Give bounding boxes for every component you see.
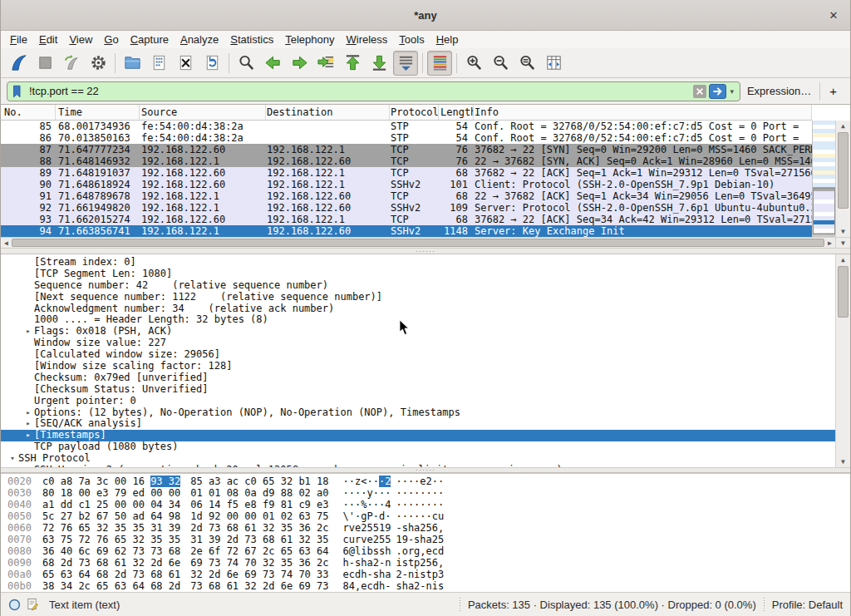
expert-info-icon[interactable] — [8, 599, 21, 611]
go-to-packet-button[interactable] — [313, 51, 338, 76]
menu-go[interactable]: Go — [98, 32, 124, 47]
filter-apply-button[interactable] — [709, 84, 726, 99]
menu-file[interactable]: File — [4, 32, 33, 47]
packet-row-91[interactable]: 9171.648789678192.168.122.1192.168.122.6… — [1, 190, 812, 202]
scroll-up-icon[interactable]: ▲ — [836, 254, 850, 265]
zoom-in-button[interactable] — [461, 51, 486, 76]
packet-row-90[interactable]: 9071.648618924192.168.122.60192.168.122.… — [1, 179, 812, 190]
pane-splitter[interactable]: ······ — [1, 248, 850, 254]
detail-line[interactable]: ▸[Timestamps] — [1, 430, 835, 441]
detail-line[interactable]: TCP payload (1080 bytes) — [1, 441, 835, 453]
packet-row-92[interactable]: 9271.661949820192.168.122.1192.168.122.6… — [1, 202, 812, 214]
detail-line[interactable]: ▾SSH Protocol — [1, 453, 835, 465]
hscroll-thumb[interactable] — [12, 239, 824, 247]
scroll-down-icon[interactable]: ▼ — [836, 226, 850, 237]
detail-line[interactable]: Sequence number: 42 (relative sequence n… — [1, 280, 835, 292]
intelligent-scrollbar-minimap[interactable] — [812, 121, 835, 237]
scroll-left-icon[interactable]: ◀ — [1, 238, 12, 248]
menu-edit[interactable]: Edit — [33, 32, 63, 47]
column-header-time[interactable]: Time — [56, 105, 140, 120]
scroll-right-icon[interactable]: ▶ — [824, 238, 835, 248]
packet-list-hscrollbar[interactable]: ◀ ▶ — [1, 237, 835, 248]
detail-line[interactable]: ▸[SEQ/ACK analysis] — [1, 418, 835, 430]
column-header-length[interactable]: Length — [439, 105, 474, 120]
hex-row-0020[interactable]: 0020c0 a8 7a 3c 00 16 93 3285 a3 ac c0 6… — [1, 476, 850, 487]
packet-row-85[interactable]: 8568.001734936fe:54:00:d4:38:2aSTP54Conf… — [1, 121, 812, 132]
details-vscrollbar[interactable]: ▲ ▼ — [835, 254, 850, 467]
detail-line[interactable]: [Window size scaling factor: 128] — [1, 361, 835, 372]
filter-bookmark-icon[interactable] — [10, 84, 25, 99]
colorize-button[interactable] — [427, 51, 452, 76]
filter-add-button[interactable]: + — [822, 84, 844, 98]
display-filter-input[interactable]: !tcp.port == 22 ▾ — [7, 81, 740, 101]
column-header-destination[interactable]: Destination — [266, 105, 390, 120]
filter-clear-button[interactable] — [693, 85, 706, 98]
menu-wireless[interactable]: Wireless — [341, 32, 394, 47]
packet-row-86[interactable]: 8670.013850163fe:54:00:d4:38:2aSTP54Conf… — [1, 132, 812, 144]
capture-start-button[interactable] — [6, 51, 31, 76]
menu-analyze[interactable]: Analyze — [175, 32, 224, 47]
detail-line[interactable]: ▸Options: (12 bytes), No-Operation (NOP)… — [1, 407, 835, 419]
detail-line[interactable]: ▸Flags: 0x018 (PSH, ACK) — [1, 326, 835, 338]
expand-down-icon[interactable]: ▾ — [7, 453, 18, 465]
hex-row-0090[interactable]: 009068 2d 73 68 61 32 2d 6e69 73 74 70 3… — [1, 557, 850, 569]
detail-line[interactable]: Urgent pointer: 0 — [1, 396, 835, 407]
menu-tools[interactable]: Tools — [393, 32, 430, 47]
file-open-button[interactable] — [120, 51, 145, 76]
menu-capture[interactable]: Capture — [125, 32, 175, 47]
hex-row-0040[interactable]: 0040a1 dd c1 25 00 00 04 3406 14 f5 e8 f… — [1, 499, 850, 510]
auto-scroll-button[interactable] — [393, 51, 418, 76]
hex-row-0050[interactable]: 00505c 27 b2 67 50 ad 64 981d 92 00 00 0… — [1, 510, 850, 522]
detail-line[interactable]: ▸SSH Version 2 (encryption:chacha20-poly… — [1, 465, 835, 467]
menu-help[interactable]: Help — [430, 32, 465, 47]
capture-options-button[interactable] — [86, 51, 111, 76]
hex-row-00b0[interactable]: 00b038 34 2c 65 63 64 68 2d73 68 61 32 2… — [1, 580, 850, 592]
capture-restart-button[interactable] — [59, 51, 84, 76]
packet-row-88[interactable]: 8871.648146932192.168.122.1192.168.122.6… — [1, 155, 812, 167]
detail-line[interactable]: [Calculated window size: 29056] — [1, 349, 835, 361]
detail-line[interactable]: [Next sequence number: 1122 (relative se… — [1, 292, 835, 303]
profile-status[interactable]: Profile: Default — [772, 599, 843, 611]
detail-line[interactable]: [TCP Segment Len: 1080] — [1, 269, 835, 280]
detail-line[interactable]: Checksum: 0x79ed [unverified] — [1, 372, 835, 384]
go-last-button[interactable] — [366, 51, 391, 76]
expand-right-icon[interactable]: ▸ — [22, 407, 34, 419]
go-back-button[interactable] — [260, 51, 285, 76]
column-header-info[interactable]: Info — [474, 105, 812, 120]
filter-history-dropdown[interactable]: ▾ — [726, 87, 737, 96]
expand-right-icon[interactable]: ▸ — [22, 465, 34, 467]
resize-columns-button[interactable] — [541, 51, 566, 76]
find-packet-button[interactable] — [234, 51, 258, 76]
expand-right-icon[interactable]: ▸ — [22, 418, 34, 430]
file-save-button[interactable] — [146, 51, 171, 76]
column-header-source[interactable]: Source — [140, 105, 266, 120]
packet-row-87[interactable]: 8771.647777234192.168.122.60192.168.122.… — [1, 144, 812, 155]
packet-row-94[interactable]: 9471.663856741192.168.122.1192.168.122.6… — [1, 225, 812, 237]
detail-line[interactable]: [Checksum Status: Unverified] — [1, 384, 835, 396]
file-close-button[interactable] — [173, 51, 198, 76]
close-window-button[interactable]: ✕ — [826, 7, 841, 22]
pane-splitter[interactable]: ······ — [1, 467, 850, 473]
zoom-out-button[interactable] — [488, 51, 513, 76]
zoom-100-button[interactable] — [514, 51, 539, 76]
hex-row-0060[interactable]: 006072 76 65 32 35 35 31 392d 73 68 61 3… — [1, 522, 850, 534]
hex-row-0070[interactable]: 007063 75 72 76 65 32 35 3531 39 2d 73 6… — [1, 534, 850, 545]
packet-row-89[interactable]: 8971.648191037192.168.122.60192.168.122.… — [1, 167, 812, 179]
detail-line[interactable]: [Stream index: 0] — [1, 257, 835, 269]
packet-row-93[interactable]: 9371.662015274192.168.122.60192.168.122.… — [1, 214, 812, 225]
go-first-button[interactable] — [340, 51, 365, 76]
scroll-down-icon[interactable]: ▼ — [836, 456, 850, 467]
detail-line[interactable]: Window size value: 227 — [1, 338, 835, 349]
detail-line[interactable]: 1000 .... = Header Length: 32 bytes (8) — [1, 314, 835, 326]
expand-right-icon[interactable]: ▸ — [22, 326, 34, 338]
scroll-up-icon[interactable]: ▲ — [836, 121, 850, 131]
scroll-down-icon[interactable]: ▼ — [835, 237, 850, 248]
menu-statistics[interactable]: Statistics — [224, 32, 279, 47]
column-header-no[interactable]: No. — [1, 105, 56, 120]
expand-right-icon[interactable]: ▸ — [22, 430, 34, 441]
vscroll-thumb[interactable] — [838, 266, 849, 318]
menu-telephony[interactable]: Telephony — [279, 32, 340, 47]
capture-comment-icon[interactable] — [27, 598, 38, 611]
menu-view[interactable]: View — [63, 32, 98, 47]
column-header-protocol[interactable]: Protocol — [390, 105, 439, 120]
